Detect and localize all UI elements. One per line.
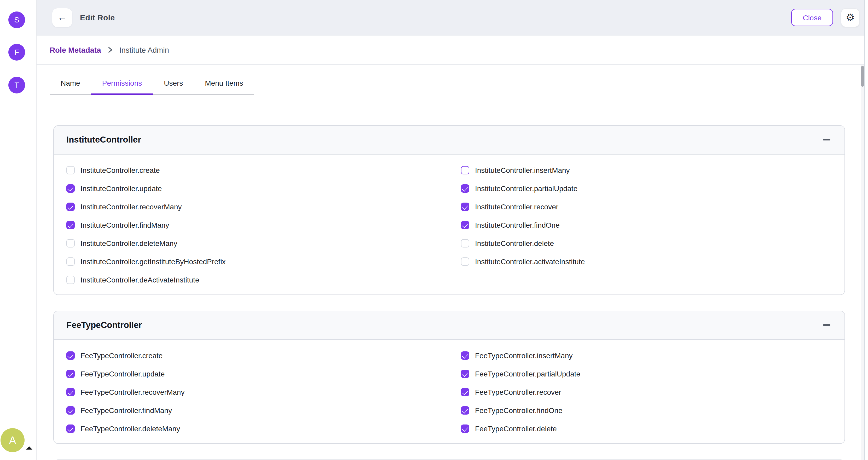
permission-row-feetypecontroller-update[interactable]: FeeTypeController.update xyxy=(66,365,461,383)
permission-checkbox-institutecontroller-create[interactable] xyxy=(66,166,75,174)
permission-label: FeeTypeController.delete xyxy=(475,425,557,433)
permission-checkbox-institutecontroller-recovermany[interactable] xyxy=(66,203,75,211)
tab-menu-items[interactable]: Menu Items xyxy=(194,73,254,95)
card-title: FeeTypeController xyxy=(66,320,142,330)
permission-checkbox-institutecontroller-deactivateinstitute[interactable] xyxy=(66,276,75,284)
permission-row-institutecontroller-deletemany[interactable]: InstituteController.deleteMany xyxy=(66,234,461,253)
permission-checkbox-feetypecontroller-partialupdate[interactable] xyxy=(461,370,469,378)
permission-checkbox-institutecontroller-getinstitutebyhostedprefix[interactable] xyxy=(66,257,75,266)
permission-row-institutecontroller-deactivateinstitute[interactable]: InstituteController.deActivateInstitute xyxy=(66,271,461,289)
permission-label: FeeTypeController.partialUpdate xyxy=(475,370,580,378)
permission-checkbox-institutecontroller-update[interactable] xyxy=(66,184,75,193)
collapse-button[interactable] xyxy=(822,134,832,145)
permission-checkbox-institutecontroller-findone[interactable] xyxy=(461,221,469,229)
main-panel: ← Edit Role Close ⚙ Role Metadata Instit… xyxy=(37,0,868,460)
permission-checkbox-institutecontroller-activateinstitute[interactable] xyxy=(461,257,469,266)
breadcrumb: Role Metadata Institute Admin xyxy=(37,35,868,65)
permission-label: FeeTypeController.recover xyxy=(475,388,561,396)
permission-label: InstituteController.delete xyxy=(475,239,554,248)
permission-checkbox-feetypecontroller-deletemany[interactable] xyxy=(66,425,75,433)
content-area: NamePermissionsUsersMenu Items Institute… xyxy=(37,65,868,460)
scrollbar-thumb[interactable] xyxy=(861,66,864,87)
permission-label: FeeTypeController.deleteMany xyxy=(81,425,180,433)
permission-label: FeeTypeController.create xyxy=(81,351,162,360)
permission-checkbox-feetypecontroller-delete[interactable] xyxy=(461,425,469,433)
permission-checkbox-feetypecontroller-insertmany[interactable] xyxy=(461,351,469,360)
permission-checkbox-institutecontroller-deletemany[interactable] xyxy=(66,239,75,248)
permission-row-feetypecontroller-deletemany[interactable]: FeeTypeController.deleteMany xyxy=(66,420,461,438)
user-avatar[interactable]: A xyxy=(1,428,25,452)
tab-users[interactable]: Users xyxy=(153,73,194,95)
card-institutecontroller: InstituteControllerInstituteController.c… xyxy=(53,125,845,295)
gear-icon: ⚙ xyxy=(846,12,855,23)
minus-icon xyxy=(823,324,830,326)
page-scrollbar-gutter xyxy=(864,0,868,460)
chevron-right-icon xyxy=(107,46,114,53)
close-button[interactable]: Close xyxy=(791,9,833,26)
permission-label: FeeTypeController.findMany xyxy=(81,406,172,415)
permission-row-institutecontroller-activateinstitute[interactable]: InstituteController.activateInstitute xyxy=(461,253,832,271)
sidebar-avatar-s[interactable]: S xyxy=(8,11,25,28)
tab-bar: NamePermissionsUsersMenu Items xyxy=(50,73,254,95)
breadcrumb-current: Institute Admin xyxy=(119,46,169,54)
sidebar: SFT A xyxy=(0,0,37,460)
permission-row-feetypecontroller-findmany[interactable]: FeeTypeController.findMany xyxy=(66,401,461,420)
permission-label: InstituteController.partialUpdate xyxy=(475,184,578,193)
page-title: Edit Role xyxy=(80,13,115,22)
permission-label: InstituteController.recover xyxy=(475,203,558,211)
permission-checkbox-feetypecontroller-update[interactable] xyxy=(66,370,75,378)
minus-icon xyxy=(823,139,830,140)
caret-up-icon[interactable] xyxy=(26,447,32,450)
permission-row-feetypecontroller-findone[interactable]: FeeTypeController.findOne xyxy=(461,401,832,420)
sidebar-avatar-f[interactable]: F xyxy=(8,44,25,61)
permission-label: InstituteController.findOne xyxy=(475,221,560,229)
permission-row-institutecontroller-insertmany[interactable]: InstituteController.insertMany xyxy=(461,161,832,179)
permission-row-institutecontroller-recovermany[interactable]: InstituteController.recoverMany xyxy=(66,198,461,216)
permission-checkbox-feetypecontroller-create[interactable] xyxy=(66,351,75,360)
breadcrumb-link-role-metadata[interactable]: Role Metadata xyxy=(50,46,101,54)
permission-checkbox-institutecontroller-insertmany[interactable] xyxy=(461,166,469,174)
permission-label: FeeTypeController.findOne xyxy=(475,406,563,415)
permission-checkbox-feetypecontroller-recover[interactable] xyxy=(461,388,469,396)
permission-label: InstituteController.update xyxy=(81,184,162,193)
settings-button[interactable]: ⚙ xyxy=(841,8,860,27)
permission-checkbox-feetypecontroller-recovermany[interactable] xyxy=(66,388,75,396)
tab-permissions[interactable]: Permissions xyxy=(91,73,153,95)
permissions-column-right: InstituteController.insertManyInstituteC… xyxy=(461,161,832,289)
permission-row-institutecontroller-partialupdate[interactable]: InstituteController.partialUpdate xyxy=(461,179,832,198)
card-feetypecontroller: FeeTypeControllerFeeTypeController.creat… xyxy=(53,310,845,443)
permission-checkbox-institutecontroller-recover[interactable] xyxy=(461,203,469,211)
permission-row-feetypecontroller-insertmany[interactable]: FeeTypeController.insertMany xyxy=(461,347,832,365)
permission-label: InstituteController.deleteMany xyxy=(81,239,177,248)
scrollbar-track[interactable] xyxy=(861,65,864,460)
permission-row-institutecontroller-findmany[interactable]: InstituteController.findMany xyxy=(66,216,461,234)
permission-checkbox-institutecontroller-findmany[interactable] xyxy=(66,221,75,229)
permission-row-institutecontroller-create[interactable]: InstituteController.create xyxy=(66,161,461,179)
arrow-left-icon: ← xyxy=(58,12,67,23)
permission-row-institutecontroller-getinstitutebyhostedprefix[interactable]: InstituteController.getInstituteByHosted… xyxy=(66,253,461,271)
permission-row-institutecontroller-delete[interactable]: InstituteController.delete xyxy=(461,234,832,253)
permission-row-feetypecontroller-recover[interactable]: FeeTypeController.recover xyxy=(461,383,832,401)
permissions-column-right: FeeTypeController.insertManyFeeTypeContr… xyxy=(461,347,832,438)
app-stage: SFT A ← Edit Role Close ⚙ Role Metadata xyxy=(0,0,868,460)
permission-row-feetypecontroller-recovermany[interactable]: FeeTypeController.recoverMany xyxy=(66,383,461,401)
permission-checkbox-feetypecontroller-findone[interactable] xyxy=(461,406,469,415)
permission-card-list: InstituteControllerInstituteController.c… xyxy=(53,125,845,460)
permission-row-feetypecontroller-partialupdate[interactable]: FeeTypeController.partialUpdate xyxy=(461,365,832,383)
permission-row-feetypecontroller-delete[interactable]: FeeTypeController.delete xyxy=(461,420,832,438)
card-header: InstituteController xyxy=(54,126,844,154)
sidebar-avatar-t[interactable]: T xyxy=(8,77,25,94)
permissions-column-left: FeeTypeController.createFeeTypeControlle… xyxy=(66,347,461,438)
topbar: ← Edit Role Close ⚙ xyxy=(37,0,868,35)
permission-row-institutecontroller-update[interactable]: InstituteController.update xyxy=(66,179,461,198)
tab-name[interactable]: Name xyxy=(50,73,91,95)
back-button[interactable]: ← xyxy=(52,8,72,27)
permission-checkbox-feetypecontroller-findmany[interactable] xyxy=(66,406,75,415)
collapse-button[interactable] xyxy=(822,320,832,330)
permission-row-institutecontroller-findone[interactable]: InstituteController.findOne xyxy=(461,216,832,234)
permission-row-feetypecontroller-create[interactable]: FeeTypeController.create xyxy=(66,347,461,365)
permission-row-institutecontroller-recover[interactable]: InstituteController.recover xyxy=(461,198,832,216)
permission-checkbox-institutecontroller-partialupdate[interactable] xyxy=(461,184,469,193)
card-body: InstituteController.createInstituteContr… xyxy=(54,154,844,294)
permission-checkbox-institutecontroller-delete[interactable] xyxy=(461,239,469,248)
